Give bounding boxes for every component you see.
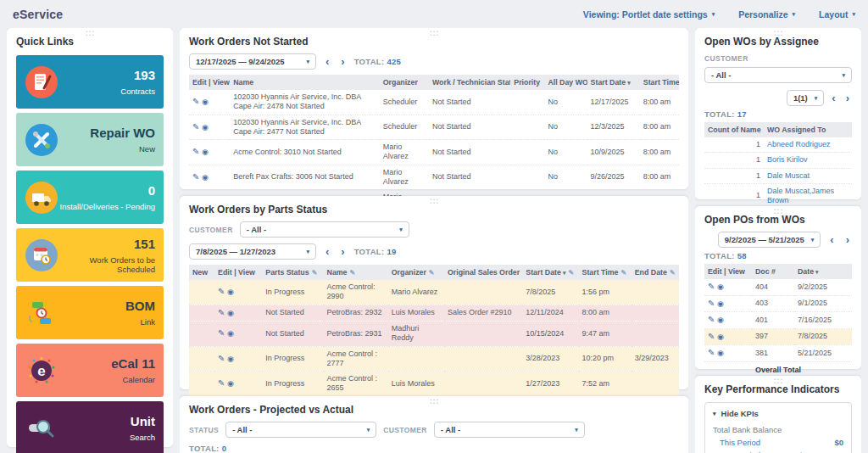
edit-icon[interactable]: ✎ (192, 172, 199, 182)
prev-page-button[interactable]: ‹ (829, 92, 837, 103)
menu-layout[interactable]: Layout ▾ (819, 9, 855, 20)
table-row: ✎ ◉ 403 9/1/2025 (704, 295, 852, 312)
view-icon[interactable]: ◉ (717, 333, 724, 341)
view-icon[interactable]: ◉ (227, 379, 234, 388)
portlet-title: Quick Links (16, 36, 164, 48)
next-page-button[interactable]: › (843, 92, 852, 103)
quick-link-repair-wo[interactable]: Repair WO New (16, 113, 164, 166)
view-icon[interactable]: ◉ (202, 123, 209, 131)
customer-select[interactable]: - All - ▾ (704, 67, 852, 83)
date-range-select[interactable]: 7/8/2025 — 1/27/2023 ▾ (189, 243, 316, 260)
edit-icon[interactable]: ✎ (218, 354, 225, 363)
edit-icon[interactable]: ✎ (708, 315, 715, 324)
tile-value: eCal 11 (58, 356, 155, 372)
customer-select[interactable]: - All - ▾ (434, 422, 585, 438)
drag-handle-icon[interactable] (430, 31, 438, 36)
edit-icon[interactable]: ✎ (192, 122, 199, 131)
date-range-select[interactable]: 9/2/2025 — 5/21/2025 ▾ (718, 232, 821, 248)
next-page-button[interactable]: › (843, 234, 852, 245)
sort-desc-icon: ▾ (627, 80, 631, 86)
chevron-down-icon: ▾ (793, 11, 796, 17)
view-icon[interactable]: ◉ (717, 299, 724, 308)
edit-icon[interactable]: ✎ (708, 299, 715, 308)
portlet-title: Open WOs by Assignee (704, 36, 852, 48)
view-icon[interactable]: ◉ (227, 355, 234, 363)
assignee-link[interactable]: Dale Muscat,James Brown (764, 183, 852, 209)
edit-icon[interactable]: ✎ (192, 97, 199, 106)
total-label: TOTAL:58 (704, 251, 852, 260)
kpi-group-label: Total Bank Balance (713, 425, 843, 434)
drag-handle-icon[interactable] (774, 378, 782, 384)
kpi-label[interactable]: This Period (720, 438, 760, 447)
tile-value: Unit (58, 414, 155, 429)
view-icon[interactable]: ◉ (202, 173, 209, 182)
drag-handle-icon[interactable] (430, 399, 438, 405)
drag-handle-icon[interactable] (86, 31, 94, 36)
quick-link-wo-to-be-scheduled[interactable]: 151 Work Orders to be Scheduled (16, 228, 164, 282)
view-icon[interactable]: ◉ (717, 349, 724, 357)
hide-kpis-toggle[interactable]: ▾ Hide KPIs (713, 409, 843, 418)
view-icon[interactable]: ◉ (717, 316, 724, 324)
edit-icon[interactable]: ✎ (708, 348, 715, 357)
total-value: 58 (737, 251, 747, 260)
edit-icon[interactable]: ✎ (192, 147, 199, 156)
drag-handle-icon[interactable] (774, 209, 782, 215)
prev-page-button[interactable]: ‹ (323, 246, 331, 257)
view-icon[interactable]: ◉ (717, 282, 724, 291)
menu-viewing[interactable]: Viewing: Portlet date settings ▾ (583, 9, 715, 20)
date-range-select[interactable]: 12/17/2025 — 9/24/2025 ▾ (189, 53, 316, 70)
total-value: 425 (387, 57, 401, 66)
next-page-button[interactable]: › (338, 246, 347, 257)
tile-value: 0 (58, 183, 155, 199)
edit-icon[interactable]: ✎ (218, 378, 225, 388)
view-icon[interactable]: ◉ (227, 309, 234, 317)
open-pos-table: Edit | View Doc # Date▾ ✎ ◉ 404 9/2/2025… (704, 264, 852, 362)
edit-icon[interactable]: ✎ (218, 328, 225, 338)
prev-page-button[interactable]: ‹ (323, 56, 331, 67)
status-label: STATUS (189, 426, 219, 434)
drag-handle-icon[interactable] (774, 31, 782, 36)
edit-column-icon: ✎ (620, 269, 626, 277)
view-icon[interactable]: ◉ (202, 148, 209, 156)
edit-icon[interactable]: ✎ (218, 287, 225, 296)
portlet-title: Work Orders by Parts Status (189, 204, 679, 215)
drag-handle-icon[interactable] (430, 199, 438, 204)
edit-column-icon: ✎ (312, 269, 318, 277)
edit-icon[interactable]: ✎ (708, 332, 715, 341)
next-page-button[interactable]: › (338, 56, 347, 67)
menu-personalize[interactable]: Personalize ▾ (738, 9, 795, 20)
tile-value: Repair WO (58, 126, 155, 141)
quick-link-unit-search[interactable]: Unit Search (16, 401, 164, 453)
kpi-row: This Period $0 (713, 438, 843, 447)
table-row: 1 Abneed Rodriguez (704, 137, 852, 153)
chevron-down-icon: ▾ (399, 226, 403, 232)
contract-icon (25, 65, 58, 99)
assignee-link[interactable]: Boris Kirilov (764, 153, 852, 168)
wo-name: 102030 Hyannis Air Service, Inc. DBA Cap… (230, 115, 380, 140)
quick-link-ecal[interactable]: e eCal 11 Calendar (16, 344, 164, 397)
customer-label: CUSTOMER (189, 226, 233, 234)
view-icon[interactable]: ◉ (202, 98, 209, 106)
quick-link-bom[interactable]: BOM Link (16, 286, 164, 339)
status-select[interactable]: - All - ▾ (225, 422, 376, 438)
table-header-row: New Edit | View Parts Status✎ Name✎ Orga… (189, 265, 679, 280)
quick-link-install-deliveries[interactable]: 0 Install/Deliveries - Pending (16, 171, 164, 224)
chevron-down-icon: ▾ (306, 249, 309, 254)
prev-page-button[interactable]: ‹ (827, 234, 836, 245)
quick-link-contracts[interactable]: 193 Contracts (16, 55, 164, 109)
assignee-link[interactable]: Abneed Rodriguez (764, 137, 852, 153)
total-value: 19 (387, 247, 396, 256)
customer-select[interactable]: - All - ▾ (240, 221, 409, 238)
assignee-link[interactable]: Dale Muscat (764, 168, 852, 183)
tile-label: Search (58, 433, 155, 442)
edit-icon[interactable]: ✎ (218, 308, 225, 317)
tile-label: Calendar (58, 375, 155, 384)
view-icon[interactable]: ◉ (227, 288, 234, 296)
table-row: 1 Boris Kirilov (704, 153, 852, 168)
table-row: ✎ ◉ In Progress Acme Control: 2990 Mario… (189, 280, 679, 305)
edit-icon[interactable]: ✎ (708, 282, 715, 291)
view-icon[interactable]: ◉ (227, 329, 234, 338)
chevron-down-icon: ▾ (713, 411, 716, 417)
page-select[interactable]: 1(1) ▾ (787, 90, 824, 106)
customer-label: CUSTOMER (704, 54, 852, 63)
